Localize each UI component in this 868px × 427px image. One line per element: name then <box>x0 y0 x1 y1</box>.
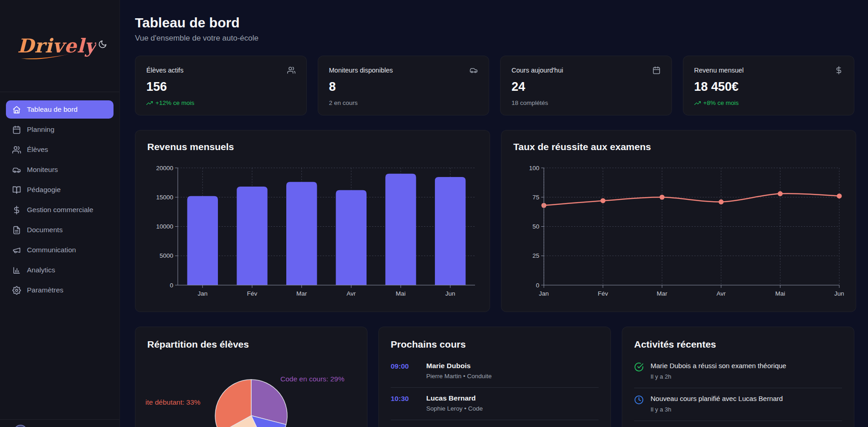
svg-text:Mai: Mai <box>396 290 406 297</box>
sidebar-item-label: Élèves <box>27 146 48 154</box>
theme-toggle-button[interactable] <box>96 38 109 52</box>
stat-card-moniteurs-disponibles: Moniteurs disponibles82 en cours <box>318 56 490 115</box>
gear-icon <box>12 286 21 295</box>
revenue-chart-title: Revenus mensuels <box>147 141 478 152</box>
sidebar-item-label: Documents <box>27 226 62 234</box>
svg-text:15000: 15000 <box>156 194 173 201</box>
sidebar-nav: Tableau de bordPlanningÉlèvesMoniteursPé… <box>0 92 119 419</box>
sidebar-item-pedagogie[interactable]: Pédagogie <box>6 181 114 199</box>
stat-value: 24 <box>512 80 661 94</box>
moon-icon <box>98 40 107 50</box>
trending-up-icon <box>146 100 153 106</box>
stat-label: Moniteurs disponibles <box>329 67 393 74</box>
lesson-student: Marie Dubois <box>426 362 492 370</box>
sidebar-item-analytics[interactable]: Analytics <box>6 261 114 279</box>
sidebar-item-moniteurs[interactable]: Moniteurs <box>6 161 114 179</box>
svg-text:Mar: Mar <box>296 290 307 297</box>
dollar-icon <box>12 206 21 214</box>
svg-text:0: 0 <box>536 282 539 289</box>
app-logo: Drively <box>17 36 96 56</box>
lesson-row[interactable]: 10:30Lucas BernardSophie Leroy • Code <box>391 388 599 420</box>
car-icon <box>470 66 478 74</box>
home-icon <box>12 105 21 114</box>
svg-text:25: 25 <box>532 252 539 259</box>
activity-list: Marie Dubois a réussi son examen théoriq… <box>634 359 842 427</box>
bottom-row: Répartition des élèves Code en cours: 29… <box>135 327 854 427</box>
sidebar-item-documents[interactable]: Documents <box>6 221 114 239</box>
car-icon <box>12 166 21 174</box>
revenue-bar-chart: 05000100001500020000JanFévMarAvrMaiJun <box>147 161 478 298</box>
sidebar-item-communication[interactable]: Communication <box>6 241 114 259</box>
activity-text: Marie Dubois a réussi son examen théoriq… <box>651 362 786 370</box>
svg-text:Avr: Avr <box>346 290 356 297</box>
pie-chart-title: Répartition des élèves <box>147 339 355 350</box>
success-chart-card: Taux de réussite aux examens 0255075100J… <box>501 130 856 312</box>
stat-subtext: +12% ce mois <box>146 99 295 106</box>
lesson-row[interactable]: 14:00Emma Petit <box>391 420 599 427</box>
success-line-chart: 0255075100JanFévMarAvrMaiJun <box>513 161 844 298</box>
activity-row: Marie Dubois a réussi son examen théoriq… <box>634 359 842 388</box>
sidebar-item-label: Paramètres <box>27 286 63 294</box>
calendar-icon <box>12 125 21 134</box>
calendar-icon <box>652 66 661 74</box>
svg-text:5000: 5000 <box>160 252 173 259</box>
svg-text:Fév: Fév <box>598 290 608 297</box>
book-open-icon <box>12 186 21 194</box>
charts-row: Revenus mensuels 05000100001500020000Jan… <box>135 130 854 312</box>
pie-label-code: Code en cours: 29% <box>280 375 344 383</box>
lesson-details: Sophie Leroy • Code <box>426 405 483 412</box>
sidebar-item-eleves[interactable]: Élèves <box>6 141 114 159</box>
sidebar-item-label: Pédagogie <box>27 186 61 194</box>
students-pie-card: Répartition des élèves Code en cours: 29… <box>135 327 367 427</box>
stat-value: 156 <box>146 80 295 94</box>
avatar[interactable] <box>14 425 27 427</box>
file-text-icon <box>12 226 21 234</box>
activity-time: Il y a 3h <box>651 406 783 413</box>
svg-text:Jan: Jan <box>539 290 549 297</box>
sidebar-item-label: Gestion commerciale <box>27 206 93 214</box>
stat-card-header: Revenu mensuel <box>694 66 843 74</box>
activity-row: Nouveau cours planifié avec Lucas Bernar… <box>634 388 842 421</box>
lessons-title: Prochains cours <box>391 339 599 350</box>
page-title: Tableau de bord <box>135 15 854 31</box>
stat-value: 18 450€ <box>694 80 843 94</box>
sidebar-item-label: Planning <box>27 125 54 134</box>
bar-chart-icon <box>12 266 21 275</box>
main-content: Tableau de bord Vue d'ensemble de votre … <box>120 0 868 427</box>
svg-text:Fév: Fév <box>247 290 258 297</box>
revenue-chart-card: Revenus mensuels 05000100001500020000Jan… <box>135 130 490 312</box>
stat-card-revenu-mensuel: Revenu mensuel18 450€+8% ce mois <box>683 56 855 115</box>
megaphone-icon <box>12 246 21 255</box>
success-chart-title: Taux de réussite aux examens <box>513 141 844 152</box>
sidebar-item-label: Communication <box>27 246 76 254</box>
activity-text: Nouveau cours planifié avec Lucas Bernar… <box>651 395 783 402</box>
sidebar-item-gestion-commerciale[interactable]: Gestion commerciale <box>6 201 114 219</box>
svg-text:Jun: Jun <box>445 290 455 297</box>
stat-subtext: 2 en cours <box>329 99 478 106</box>
clock-icon <box>634 395 644 413</box>
recent-activity-card: Activités récentes Marie Dubois a réussi… <box>622 327 854 427</box>
svg-text:Jun: Jun <box>834 290 844 297</box>
sidebar-item-parametres[interactable]: Paramètres <box>6 281 114 299</box>
stat-subtext: 18 complétés <box>512 99 661 106</box>
lessons-list: 09:00Marie DuboisPierre Martin • Conduit… <box>391 359 599 427</box>
svg-text:Avr: Avr <box>717 290 726 297</box>
sidebar-item-tableau-de-bord[interactable]: Tableau de bord <box>6 100 114 119</box>
stat-card-cours-aujourd-hui: Cours aujourd'hui2418 complétés <box>500 56 672 115</box>
sidebar-footer <box>0 419 119 427</box>
lesson-time: 09:00 <box>391 362 414 380</box>
svg-text:100: 100 <box>529 165 539 172</box>
sidebar-item-label: Tableau de bord <box>27 105 78 114</box>
stat-label: Revenu mensuel <box>694 67 744 74</box>
users-icon <box>287 66 295 74</box>
sidebar-item-planning[interactable]: Planning <box>6 120 114 139</box>
lesson-row[interactable]: 09:00Marie DuboisPierre Martin • Conduit… <box>391 359 599 388</box>
sidebar-item-label: Analytics <box>27 266 55 274</box>
lesson-time: 10:30 <box>391 394 414 412</box>
svg-text:10000: 10000 <box>156 223 173 230</box>
svg-text:Mar: Mar <box>657 290 668 297</box>
page-subtitle: Vue d'ensemble de votre auto-école <box>135 34 854 43</box>
svg-text:20000: 20000 <box>156 165 173 172</box>
dollar-icon <box>835 66 843 74</box>
activity-title: Activités récentes <box>634 339 842 350</box>
